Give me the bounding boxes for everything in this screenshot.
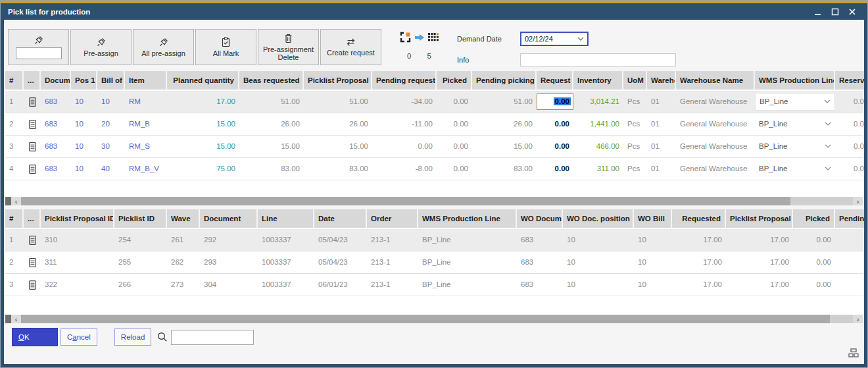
request-value[interactable]: 0.00 bbox=[537, 113, 573, 135]
scrollbar-thumb[interactable] bbox=[21, 197, 790, 205]
table-row[interactable]: 4 683 10 40 RM_B_V 75.00 83.00 83.00 -8.… bbox=[5, 158, 863, 180]
minimize-icon[interactable] bbox=[814, 8, 822, 16]
pos-link[interactable]: 10 bbox=[71, 113, 97, 135]
row-menu-icon[interactable] bbox=[24, 251, 41, 273]
search-input[interactable] bbox=[171, 330, 254, 345]
item-link[interactable]: RM_S bbox=[125, 136, 167, 157]
window-layout-icon[interactable] bbox=[848, 348, 859, 358]
scrollbar-thumb[interactable] bbox=[21, 315, 830, 323]
t1-col-document[interactable]: Docume bbox=[41, 71, 71, 90]
reload-button[interactable]: Reload bbox=[114, 329, 151, 346]
scrollbar-track[interactable] bbox=[830, 315, 853, 323]
request-input[interactable]: 0.00 bbox=[537, 93, 573, 110]
table-row[interactable]: 3 322 266 273 304 1003337 06/01/23 213-1… bbox=[5, 274, 863, 296]
table-row[interactable]: 2 683 10 20 RM_B 15.00 26.00 26.00 -11.0… bbox=[5, 113, 863, 136]
pin-quantity-input[interactable] bbox=[16, 47, 62, 59]
row-menu-icon[interactable] bbox=[24, 158, 41, 180]
wms-production-line-select[interactable]: BP_Line bbox=[755, 113, 835, 135]
table-row[interactable]: 3 683 10 30 RM_S 15.00 15.00 15.00 0.00 … bbox=[5, 136, 863, 158]
t1-col-beas[interactable]: Beas requested bbox=[239, 71, 304, 90]
all-mark-button[interactable]: All Mark bbox=[195, 29, 256, 65]
row-menu-icon[interactable] bbox=[24, 274, 41, 296]
t2-col-menu[interactable]: ... bbox=[24, 209, 41, 228]
t1-col-pending-picking[interactable]: Pending picking bbox=[472, 71, 537, 90]
t1-col-pos[interactable]: Pos 1 bbox=[71, 71, 97, 90]
t2-col-wo-bill[interactable]: WO Bill bbox=[634, 209, 672, 228]
info-input[interactable] bbox=[520, 53, 676, 66]
t2-col-pending[interactable]: Pending bbox=[835, 209, 864, 228]
maximize-icon[interactable] bbox=[831, 8, 839, 16]
t1-col-menu[interactable]: ... bbox=[24, 71, 41, 90]
row-menu-icon[interactable] bbox=[24, 113, 41, 135]
pos-link[interactable]: 10 bbox=[71, 136, 97, 157]
bill-link[interactable]: 40 bbox=[97, 158, 125, 180]
t1-col-warehouse-name[interactable]: Warehouse Name bbox=[676, 71, 755, 90]
t2-col-wms-line[interactable]: WMS Production Line bbox=[418, 209, 517, 228]
bill-link[interactable]: 10 bbox=[97, 91, 125, 113]
t2-col-line[interactable]: Line bbox=[258, 209, 314, 228]
t2-col-date[interactable]: Date bbox=[314, 209, 367, 228]
t1-col-proposal[interactable]: Picklist Proposal bbox=[304, 71, 372, 90]
table1-horizontal-scrollbar[interactable]: ‹ › bbox=[5, 197, 863, 205]
item-link[interactable]: RM bbox=[125, 91, 167, 113]
scroll-left-icon[interactable]: ‹ bbox=[11, 197, 21, 205]
demand-date-select[interactable]: 02/12/24 bbox=[520, 32, 589, 46]
document-link[interactable]: 683 bbox=[41, 136, 71, 157]
t1-col-reserved[interactable]: Reserved bbox=[835, 71, 864, 90]
scrollbar-track[interactable] bbox=[790, 197, 853, 205]
scroll-right-icon[interactable]: › bbox=[853, 197, 863, 205]
t1-col-item[interactable]: Item bbox=[125, 71, 167, 90]
wms-production-line-select[interactable]: BP_Line bbox=[755, 158, 835, 180]
t2-col-proposal[interactable]: Picklist Proposal bbox=[726, 209, 793, 228]
item-link[interactable]: RM_B_V bbox=[125, 158, 167, 180]
bill-link[interactable]: 20 bbox=[97, 113, 125, 135]
scroll-left-icon[interactable]: ‹ bbox=[11, 315, 21, 323]
t1-col-pending-request[interactable]: Pending request bbox=[372, 71, 437, 90]
ok-button[interactable]: OK bbox=[12, 328, 58, 346]
t1-col-num[interactable]: # bbox=[5, 71, 24, 90]
pos-link[interactable]: 10 bbox=[71, 158, 97, 180]
t2-col-picked[interactable]: Picked bbox=[793, 209, 835, 228]
pre-assignment-delete-button[interactable]: Pre-assignment Delete bbox=[258, 29, 319, 65]
t2-col-requested[interactable]: Requested bbox=[672, 209, 726, 228]
request-value[interactable]: 0.00 bbox=[537, 158, 573, 180]
t1-col-picked[interactable]: Picked bbox=[437, 71, 472, 90]
row-menu-icon[interactable] bbox=[24, 136, 41, 157]
all-pre-assign-button[interactable]: All pre-assign bbox=[133, 29, 194, 65]
t1-col-planned[interactable]: Planned quantity bbox=[167, 71, 239, 90]
wms-production-line-select[interactable]: BP_Line bbox=[755, 136, 835, 157]
t1-col-bill[interactable]: Bill of I bbox=[97, 71, 125, 90]
item-link[interactable]: RM_B bbox=[125, 113, 167, 135]
wms-production-line-select[interactable]: BP_Line bbox=[755, 93, 835, 111]
t2-col-document[interactable]: Document bbox=[200, 209, 258, 228]
titlebar[interactable]: Pick list for production bbox=[4, 3, 864, 20]
t2-col-wo-document[interactable]: WO Docum bbox=[517, 209, 563, 228]
scrollbar-knob[interactable] bbox=[5, 197, 11, 205]
scrollbar-knob[interactable] bbox=[5, 315, 11, 323]
t1-col-warehouse[interactable]: Warehous bbox=[647, 71, 676, 90]
pin-with-input-button[interactable] bbox=[8, 29, 69, 65]
t2-col-num[interactable]: # bbox=[5, 209, 24, 228]
t2-col-wo-position[interactable]: WO Doc. position bbox=[563, 209, 634, 228]
t1-col-uom[interactable]: UoM bbox=[623, 71, 647, 90]
create-request-button[interactable]: Create request bbox=[320, 29, 381, 65]
t2-col-picklist-id[interactable]: Picklist ID bbox=[114, 209, 167, 228]
close-icon[interactable] bbox=[848, 8, 856, 16]
t1-col-request[interactable]: Request bbox=[537, 71, 573, 90]
row-menu-icon[interactable] bbox=[24, 91, 41, 113]
request-value[interactable]: 0.00 bbox=[537, 136, 573, 157]
table-row[interactable]: 1 310 254 261 292 1003337 05/04/23 213-1… bbox=[5, 229, 863, 251]
t2-col-order[interactable]: Order bbox=[367, 209, 418, 228]
document-link[interactable]: 683 bbox=[41, 113, 71, 135]
table2-horizontal-scrollbar[interactable]: ‹ › bbox=[5, 315, 863, 323]
pos-link[interactable]: 10 bbox=[71, 91, 97, 113]
bill-link[interactable]: 30 bbox=[97, 136, 125, 157]
document-link[interactable]: 683 bbox=[41, 91, 71, 113]
pre-assign-button[interactable]: Pre-assign bbox=[70, 29, 132, 65]
t1-col-wms-line[interactable]: WMS Production Line bbox=[755, 71, 835, 90]
table-row[interactable]: 1 683 10 10 RM 17.00 51.00 51.00 -34.00 … bbox=[5, 91, 863, 113]
row-menu-icon[interactable] bbox=[24, 229, 41, 251]
cancel-button[interactable]: Cancel bbox=[60, 329, 97, 346]
scroll-right-icon[interactable]: › bbox=[853, 315, 863, 323]
t2-col-wave[interactable]: Wave bbox=[167, 209, 200, 228]
